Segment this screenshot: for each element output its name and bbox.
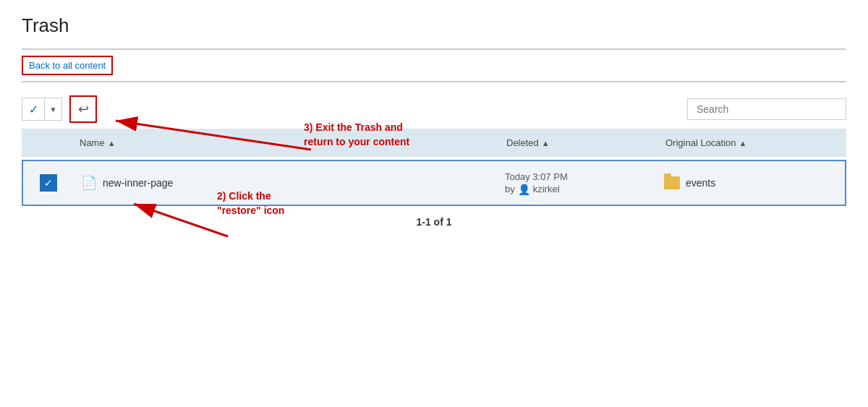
checkmark-icon: ✓ (29, 103, 38, 116)
row-location-cell: events (657, 171, 845, 195)
table-row: ✓ 📄 new-inner-page Today 3:07 PM by 👤 kz… (22, 160, 846, 206)
col-header-checkbox (22, 134, 72, 151)
deleted-sort-icon: ▲ (542, 139, 550, 147)
row-name-cell: 📄 new-inner-page (74, 169, 498, 197)
chevron-down-icon: ▼ (50, 106, 57, 113)
search-input[interactable] (687, 98, 846, 120)
name-sort-icon: ▲ (108, 139, 116, 147)
col-header-location[interactable]: Original Location ▲ (658, 134, 846, 151)
table-header: Name ▲ Deleted ▲ Original Location ▲ (22, 129, 846, 157)
restore-button[interactable]: ↩ (69, 95, 97, 123)
user-icon: 👤 (518, 184, 530, 195)
file-icon: 📄 (81, 175, 97, 191)
deleted-by-user: kzirkel (533, 184, 560, 194)
row-checkbox-checked[interactable]: ✓ (40, 174, 57, 192)
col-header-deleted[interactable]: Deleted ▲ (499, 134, 658, 151)
pagination: 1-1 of 1 (22, 216, 846, 228)
page-title: Trash (22, 14, 846, 37)
row-checkbox-cell: ✓ (23, 168, 74, 197)
deleted-date: Today 3:07 PM (505, 171, 650, 182)
back-to-all-content-link[interactable]: Back to all content (22, 56, 113, 75)
row-checkmark-icon: ✓ (44, 177, 53, 189)
restore-icon: ↩ (78, 101, 89, 117)
col-header-name[interactable]: Name ▲ (72, 134, 499, 151)
location-label: events (686, 177, 715, 189)
select-all-checkbox[interactable]: ✓ (22, 98, 45, 121)
checkbox-dropdown[interactable]: ▼ (45, 98, 62, 121)
row-deleted-cell: Today 3:07 PM by 👤 kzirkel (498, 166, 657, 201)
location-sort-icon: ▲ (739, 139, 747, 147)
select-all-checkbox-group: ✓ ▼ (22, 98, 62, 121)
folder-icon (664, 176, 680, 189)
